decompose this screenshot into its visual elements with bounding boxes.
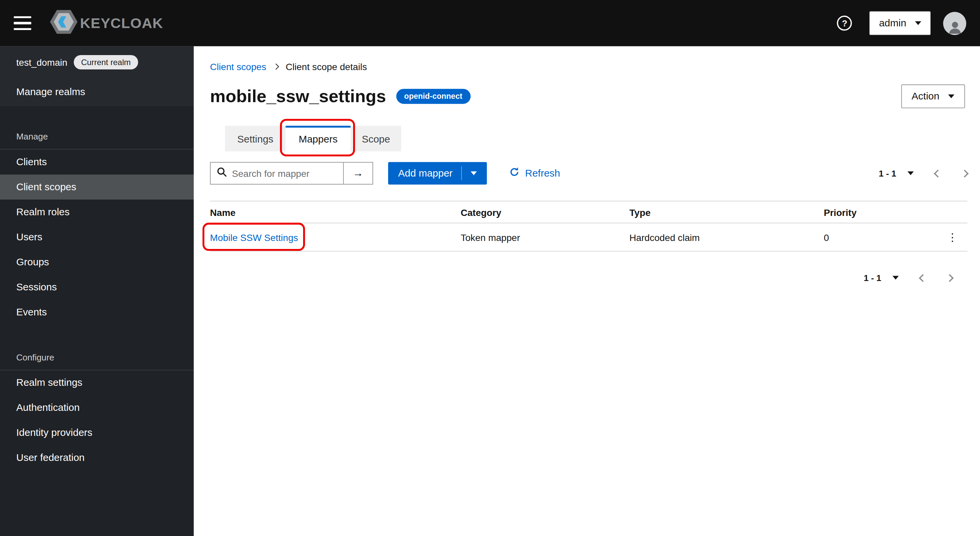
search-input[interactable] [232, 168, 338, 179]
pagination-range: 1 - 1 [879, 168, 896, 178]
chevron-down-icon [915, 21, 921, 25]
refresh-button[interactable]: Refresh [509, 167, 560, 179]
search-icon [217, 167, 227, 179]
pagination-bottom: 1 - 1 [864, 273, 952, 283]
sidebar-item-identity-providers[interactable]: Identity providers [0, 421, 194, 445]
search-submit-button[interactable]: → [344, 162, 373, 184]
pagination-next-button[interactable] [962, 171, 968, 176]
refresh-icon [509, 167, 520, 179]
pagination-next-button[interactable] [947, 275, 953, 281]
protocol-badge: openid-connect [396, 89, 471, 104]
sidebar-item-clients[interactable]: Clients [0, 150, 194, 175]
table-row: Mobile SSW Settings Token mapper Hardcod… [210, 223, 968, 251]
action-dropdown-label: Action [912, 91, 939, 102]
breadcrumb: Client scopes Client scope details [194, 46, 980, 72]
keycloak-brand[interactable]: KEYCLOAK [50, 9, 163, 37]
add-mapper-label: Add mapper [398, 168, 452, 179]
sidebar-item-groups[interactable]: Groups [0, 250, 194, 275]
chevron-down-icon [908, 172, 914, 175]
keycloak-logo-icon [50, 9, 77, 37]
avatar[interactable] [943, 12, 966, 35]
pagination-range: 1 - 1 [864, 273, 881, 283]
chevron-right-icon [273, 64, 279, 70]
tab-settings[interactable]: Settings [225, 126, 286, 152]
page-title: mobile_ssw_settings [210, 86, 386, 107]
add-mapper-button[interactable]: Add mapper [388, 162, 487, 184]
sidebar-item-client-scopes[interactable]: Client scopes [0, 175, 194, 199]
page-header: mobile_ssw_settings openid-connect Actio… [194, 72, 980, 108]
mapper-priority-cell: 0 [824, 231, 937, 242]
chevron-down-icon [948, 94, 955, 98]
user-menu-label: admin [879, 18, 906, 29]
chevron-down-icon [892, 276, 899, 280]
brand-text: KEYCLOAK [80, 15, 163, 32]
sidebar-item-users[interactable]: Users [0, 225, 194, 250]
column-header-priority: Priority [824, 207, 937, 217]
nav-group-label-configure: Configure [0, 347, 194, 370]
action-dropdown-button[interactable]: Action [901, 85, 965, 108]
user-menu-toggle[interactable]: admin [870, 11, 931, 35]
refresh-label: Refresh [525, 168, 560, 179]
sidebar-item-sessions[interactable]: Sessions [0, 275, 194, 300]
masthead: KEYCLOAK admin [0, 0, 980, 46]
breadcrumb-current: Client scope details [286, 61, 367, 72]
realm-selector-block: test_domain Current realm Manage realms [0, 46, 194, 107]
tabs: Settings Mappers Scope [225, 126, 980, 152]
pagination-range-toggle[interactable]: 1 - 1 [864, 273, 899, 283]
tab-scope[interactable]: Scope [351, 126, 401, 152]
hamburger-menu-icon[interactable] [14, 16, 31, 30]
mappers-toolbar: → Add mapper Refresh [194, 162, 980, 184]
realm-name: test_domain [16, 57, 67, 67]
pagination-top: 1 - 1 [879, 168, 967, 178]
column-header-name: Name [210, 207, 461, 217]
nav-group-configure: Configure Realm settings Authentication … [0, 347, 194, 470]
masthead-right: admin [837, 11, 966, 35]
keycloak-admin-console: KEYCLOAK admin test_domain Current realm [0, 0, 980, 536]
chevron-right-icon [946, 274, 954, 282]
user-silhouette-icon [947, 18, 963, 35]
current-realm-badge: Current realm [74, 55, 138, 69]
main-content: Client scopes Client scope details mobil… [194, 46, 980, 536]
nav-group-label-manage: Manage [0, 126, 194, 149]
pagination-bottom-row: 1 - 1 [194, 273, 980, 283]
sidebar: test_domain Current realm Manage realms … [0, 46, 194, 536]
help-icon[interactable] [837, 16, 852, 31]
pagination-range-toggle[interactable]: 1 - 1 [879, 168, 914, 178]
arrow-right-icon: → [353, 167, 363, 179]
sidebar-item-events[interactable]: Events [0, 300, 194, 325]
column-header-category: Category [460, 207, 629, 217]
chevron-right-icon [961, 169, 969, 177]
sidebar-item-realm-roles[interactable]: Realm roles [0, 199, 194, 225]
tab-mappers[interactable]: Mappers [286, 126, 351, 152]
sidebar-item-authentication[interactable]: Authentication [0, 396, 194, 421]
sidebar-item-manage-realms[interactable]: Manage realms [0, 77, 194, 106]
mapper-name-link[interactable]: Mobile SSW Settings [210, 231, 298, 242]
breadcrumb-client-scopes-link[interactable]: Client scopes [210, 61, 266, 72]
sidebar-item-realm-settings[interactable]: Realm settings [0, 370, 194, 396]
kebab-icon: ⋮ [947, 231, 958, 243]
mapper-type-cell: Hardcoded claim [629, 231, 824, 242]
chevron-left-icon [919, 274, 927, 282]
column-header-type: Type [629, 207, 824, 217]
sidebar-item-user-federation[interactable]: User federation [0, 445, 194, 471]
mapper-category-cell: Token mapper [460, 231, 629, 242]
chevron-left-icon [934, 169, 942, 177]
button-divider [461, 166, 462, 180]
nav-group-manage: Manage Clients Client scopes Realm roles… [0, 126, 194, 325]
mappers-table: Name Category Type Priority Mobile SSW S… [210, 201, 968, 252]
realm-selector[interactable]: test_domain Current realm [0, 46, 194, 78]
table-header-row: Name Category Type Priority [210, 201, 968, 223]
search-input-wrapper [210, 162, 344, 184]
row-kebab-menu-button[interactable]: ⋮ [947, 231, 958, 242]
pagination-prev-button[interactable] [920, 275, 926, 281]
chevron-down-icon [471, 172, 477, 175]
pagination-prev-button[interactable] [935, 171, 941, 176]
